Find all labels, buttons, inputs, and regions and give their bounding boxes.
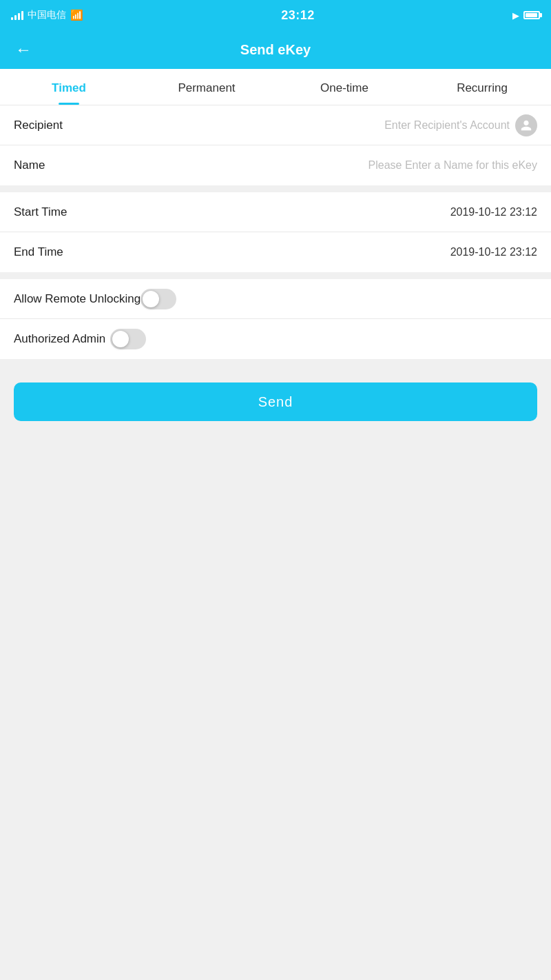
tab-recurring[interactable]: Recurring [413, 69, 551, 105]
authorized-admin-row: Authorized Admin [0, 319, 551, 359]
name-label: Name [14, 159, 110, 172]
allow-remote-label: Allow Remote Unlocking [14, 292, 141, 306]
end-time-value: 2019-10-12 23:12 [110, 246, 537, 258]
toggle-thumb-remote [143, 291, 159, 307]
wifi-icon: 📶 [70, 9, 83, 21]
status-time: 23:12 [281, 8, 315, 23]
recipient-row: Recipient Enter Recipient's Account [0, 105, 551, 145]
status-bar: 中国电信 📶 23:12 ▶ [0, 0, 551, 30]
toggles-section: Allow Remote Unlocking Authorized Admin [0, 279, 551, 359]
start-time-label: Start Time [14, 205, 110, 219]
toggle-thumb-admin [112, 331, 129, 347]
authorized-admin-toggle[interactable] [110, 329, 146, 349]
allow-remote-row: Allow Remote Unlocking [0, 279, 551, 319]
toggle-track-remote[interactable] [141, 289, 176, 309]
recipient-placeholder: Enter Recipient's Account [110, 119, 510, 132]
tab-permanent[interactable]: Permanent [138, 69, 276, 105]
send-section: Send [0, 366, 551, 438]
page-title: Send eKey [240, 42, 311, 58]
name-row: Name Please Enter a Name for this eKey [0, 145, 551, 185]
allow-remote-toggle[interactable] [141, 289, 176, 309]
status-left: 中国电信 📶 [11, 9, 83, 21]
send-button[interactable]: Send [14, 382, 537, 421]
tabs-bar: Timed Permanent One-time Recurring [0, 69, 551, 105]
name-placeholder: Please Enter a Name for this eKey [110, 159, 537, 172]
location-icon: ▶ [512, 10, 519, 21]
tab-one-time[interactable]: One-time [276, 69, 413, 105]
authorized-admin-label: Authorized Admin [14, 332, 110, 346]
header: ← Send eKey [0, 30, 551, 69]
empty-area [0, 438, 551, 713]
end-time-label: End Time [14, 245, 110, 259]
carrier-label: 中国电信 [28, 9, 66, 21]
start-time-value: 2019-10-12 23:12 [110, 206, 537, 218]
recipient-section: Recipient Enter Recipient's Account Name… [0, 105, 551, 185]
contact-picker-icon[interactable] [515, 114, 537, 136]
back-button[interactable]: ← [11, 37, 36, 62]
recipient-label: Recipient [14, 119, 110, 132]
start-time-row[interactable]: Start Time 2019-10-12 23:12 [0, 192, 551, 232]
time-section: Start Time 2019-10-12 23:12 End Time 201… [0, 192, 551, 272]
battery-icon [523, 11, 540, 19]
tab-timed[interactable]: Timed [0, 69, 138, 105]
status-right: ▶ [512, 10, 540, 21]
toggle-track-admin[interactable] [110, 329, 146, 349]
signal-icon [11, 10, 23, 20]
end-time-row[interactable]: End Time 2019-10-12 23:12 [0, 232, 551, 272]
